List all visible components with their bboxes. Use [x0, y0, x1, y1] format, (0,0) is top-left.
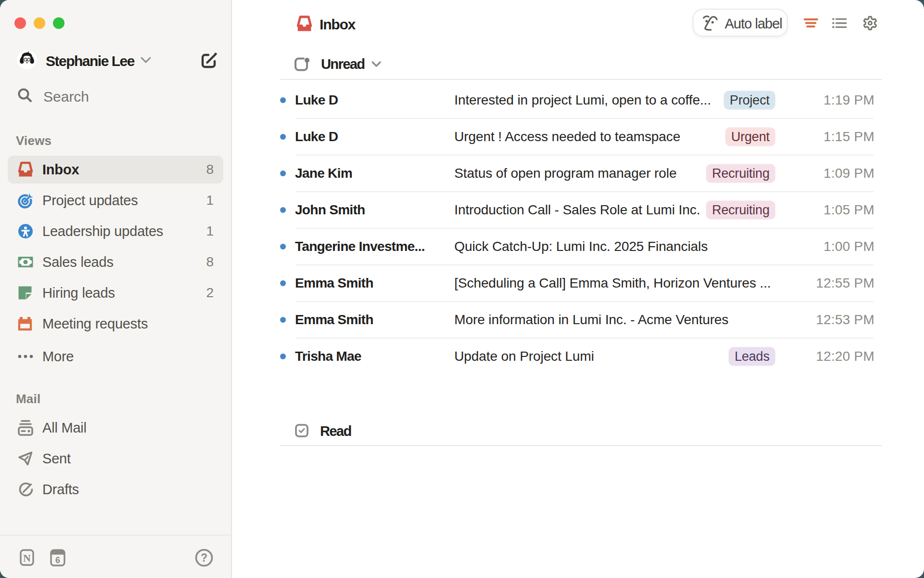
svg-text:6: 6: [55, 555, 60, 565]
svg-text:N: N: [23, 552, 31, 564]
svg-text:?: ?: [201, 552, 207, 564]
